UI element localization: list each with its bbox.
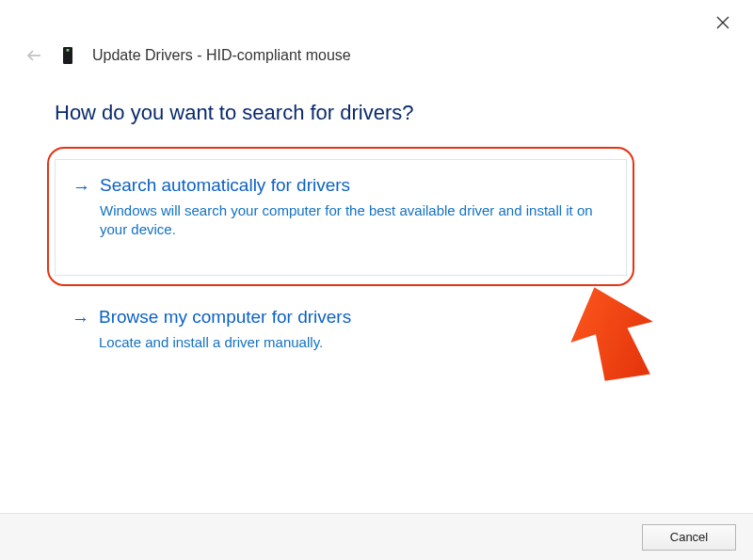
device-icon (60, 45, 75, 66)
arrow-right-icon: → (72, 310, 89, 328)
option-search-automatically[interactable]: → Search automatically for drivers Windo… (55, 159, 627, 276)
close-button[interactable] (713, 13, 732, 32)
svg-rect-4 (67, 49, 70, 52)
window-title: Update Drivers - HID-compliant mouse (92, 47, 351, 64)
option-title: Browse my computer for drivers (99, 307, 351, 328)
option-title: Search automatically for drivers (100, 175, 350, 196)
page-heading: How do you want to search for drivers? (55, 101, 414, 125)
titlebar: Update Drivers - HID-compliant mouse (24, 45, 351, 66)
option-description: Windows will search your computer for th… (100, 201, 608, 240)
dialog-footer: Cancel (0, 513, 753, 560)
arrow-right-icon: → (72, 178, 90, 196)
update-drivers-dialog: Update Drivers - HID-compliant mouse How… (0, 0, 753, 560)
back-arrow-icon (25, 47, 42, 64)
close-icon (716, 16, 729, 29)
option-browse-computer[interactable]: → Browse my computer for drivers Locate … (55, 307, 627, 352)
back-button[interactable] (24, 46, 43, 65)
cancel-button[interactable]: Cancel (642, 524, 736, 551)
option-description: Locate and install a driver manually. (99, 333, 607, 352)
